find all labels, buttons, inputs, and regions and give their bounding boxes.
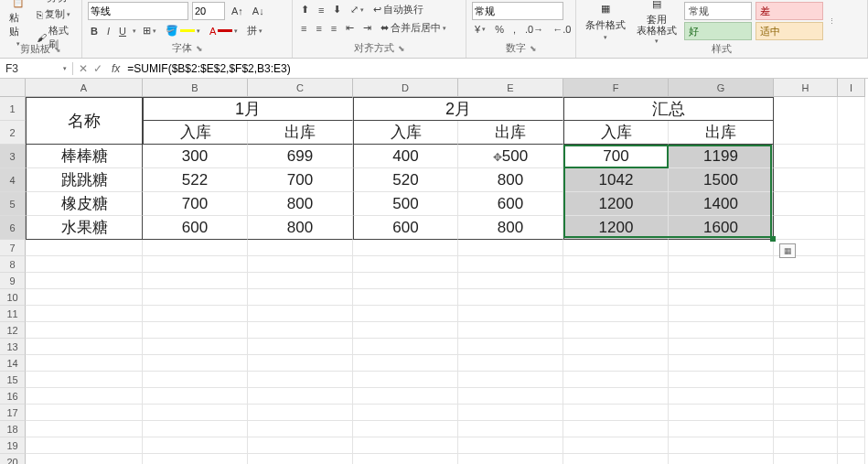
empty-cell[interactable]: [669, 372, 774, 388]
fill-handle[interactable]: [770, 236, 776, 242]
header-out-3[interactable]: 出库: [458, 121, 563, 145]
cell-style-normal[interactable]: 常规: [684, 2, 752, 20]
row-header-6[interactable]: 6: [0, 216, 26, 240]
column-header-I[interactable]: I: [838, 79, 865, 97]
decrease-indent-button[interactable]: ⇤: [343, 21, 357, 35]
fx-icon[interactable]: fx: [108, 62, 123, 75]
data-g-2[interactable]: 1400: [669, 192, 774, 216]
increase-font-button[interactable]: A↑: [229, 5, 246, 17]
data-b-0[interactable]: 300: [143, 145, 248, 168]
empty-cell[interactable]: [669, 240, 774, 256]
comma-button[interactable]: ,: [510, 23, 519, 36]
data-e-0[interactable]: ✥500: [458, 145, 563, 168]
empty-cell[interactable]: [353, 454, 458, 464]
align-bottom-button[interactable]: ⬇: [330, 3, 344, 16]
empty-cell[interactable]: [248, 372, 353, 388]
empty-cell[interactable]: [669, 273, 774, 289]
empty-cell[interactable]: [353, 437, 458, 454]
launcher-icon[interactable]: ⬊: [54, 45, 61, 54]
row-header-7[interactable]: 7: [0, 240, 26, 256]
data-name-2[interactable]: 橡皮糖: [26, 192, 143, 216]
empty-cell[interactable]: [774, 421, 838, 437]
data-g-1[interactable]: 1500: [669, 168, 774, 192]
empty-cell[interactable]: [248, 306, 353, 322]
row-header-16[interactable]: 16: [0, 388, 26, 405]
empty-cell[interactable]: [26, 454, 143, 464]
empty-cell[interactable]: [143, 256, 248, 273]
empty-cell[interactable]: [838, 289, 865, 306]
decrease-decimal-button[interactable]: ←.0: [550, 23, 573, 36]
font-name-select[interactable]: [88, 2, 188, 20]
data-f-2[interactable]: 1200: [563, 192, 669, 216]
empty-cell[interactable]: [669, 322, 774, 339]
empty-cell[interactable]: [353, 372, 458, 388]
data-b-2[interactable]: 700: [143, 192, 248, 216]
empty-cell[interactable]: [774, 256, 838, 273]
empty-cell[interactable]: [838, 273, 865, 289]
decrease-font-button[interactable]: A↓: [250, 5, 267, 17]
header-out-5[interactable]: 出库: [669, 121, 774, 145]
data-f-1[interactable]: 1042: [563, 168, 669, 192]
cell-style-good[interactable]: 好: [684, 22, 752, 40]
autofill-options-button[interactable]: ▦: [779, 243, 796, 258]
empty-cell[interactable]: [26, 405, 143, 421]
empty-cell[interactable]: [563, 372, 669, 388]
empty-cell[interactable]: [774, 437, 838, 454]
empty-cell[interactable]: [353, 306, 458, 322]
empty-cell[interactable]: [353, 388, 458, 405]
row-header-13[interactable]: 13: [0, 339, 26, 355]
empty-cell[interactable]: [774, 273, 838, 289]
empty-cell[interactable]: [353, 405, 458, 421]
data-f-3[interactable]: 1200: [563, 216, 669, 240]
merge-center-button[interactable]: ⬌合并后居中▾: [378, 20, 449, 36]
empty-cell[interactable]: [838, 97, 865, 145]
row-header-14[interactable]: 14: [0, 355, 26, 372]
data-d-1[interactable]: 520: [353, 168, 458, 192]
empty-cell[interactable]: [248, 405, 353, 421]
empty-cell[interactable]: [838, 216, 865, 240]
empty-cell[interactable]: [563, 289, 669, 306]
empty-cell[interactable]: [774, 168, 838, 192]
empty-cell[interactable]: [458, 454, 563, 464]
empty-cell[interactable]: [143, 273, 248, 289]
empty-cell[interactable]: [143, 289, 248, 306]
empty-cell[interactable]: [458, 355, 563, 372]
row-header-1[interactable]: 1: [0, 97, 26, 121]
empty-cell[interactable]: [563, 256, 669, 273]
empty-cell[interactable]: [248, 437, 353, 454]
column-header-C[interactable]: C: [248, 79, 353, 97]
empty-cell[interactable]: [458, 372, 563, 388]
empty-cell[interactable]: [458, 289, 563, 306]
empty-cell[interactable]: [248, 322, 353, 339]
empty-cell[interactable]: [563, 388, 669, 405]
empty-cell[interactable]: [458, 421, 563, 437]
empty-cell[interactable]: [26, 372, 143, 388]
confirm-formula-button[interactable]: ✓: [93, 62, 102, 75]
row-header-18[interactable]: 18: [0, 421, 26, 437]
header-in-0[interactable]: 入库: [143, 121, 248, 145]
increase-decimal-button[interactable]: .0→: [522, 23, 546, 36]
empty-cell[interactable]: [838, 256, 865, 273]
empty-cell[interactable]: [838, 322, 865, 339]
empty-cell[interactable]: [838, 454, 865, 464]
empty-cell[interactable]: [458, 437, 563, 454]
empty-cell[interactable]: [143, 388, 248, 405]
orientation-button[interactable]: ⤢▾: [348, 3, 367, 16]
data-d-3[interactable]: 600: [353, 216, 458, 240]
empty-cell[interactable]: [838, 355, 865, 372]
empty-cell[interactable]: [774, 388, 838, 405]
data-c-2[interactable]: 800: [248, 192, 353, 216]
empty-cell[interactable]: [774, 405, 838, 421]
empty-cell[interactable]: [143, 372, 248, 388]
empty-cell[interactable]: [353, 256, 458, 273]
data-f-0[interactable]: 700: [563, 145, 669, 168]
empty-cell[interactable]: [143, 437, 248, 454]
empty-cell[interactable]: [353, 240, 458, 256]
data-c-0[interactable]: 699: [248, 145, 353, 168]
empty-cell[interactable]: [248, 421, 353, 437]
empty-cell[interactable]: [669, 306, 774, 322]
launcher-icon[interactable]: ⬊: [196, 44, 203, 53]
fill-color-button[interactable]: 🪣▾: [163, 24, 203, 38]
header-in-2[interactable]: 入库: [353, 121, 458, 145]
empty-cell[interactable]: [353, 421, 458, 437]
